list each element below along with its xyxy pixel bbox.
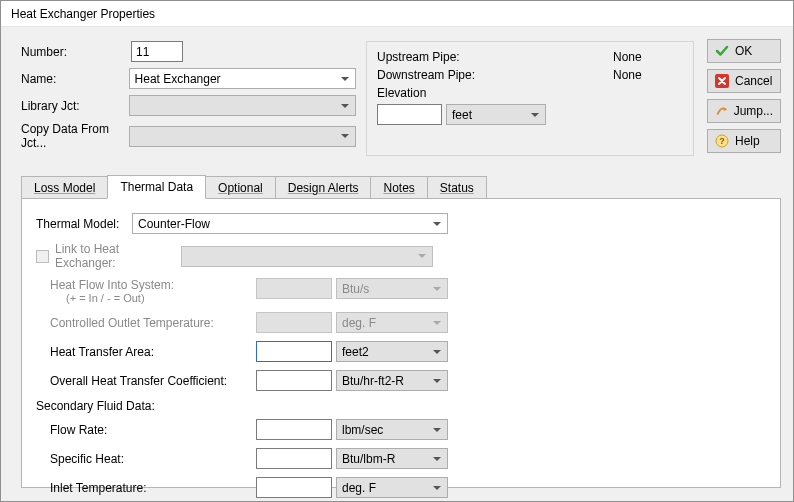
- number-label: Number:: [21, 45, 131, 59]
- heat-flow-hint: (+ = In / - = Out): [36, 292, 256, 304]
- spec-unit-select[interactable]: Btu/lbm-R: [336, 448, 448, 469]
- heat-flow-unit: Btu/s: [342, 282, 369, 296]
- content-area: Number: Name: Heat Exchanger Library Jct…: [1, 27, 793, 488]
- elevation-unit: feet: [452, 108, 472, 122]
- thermal-model-value: Counter-Flow: [138, 217, 210, 231]
- dialog-window: Heat Exchanger Properties Number: Name: …: [0, 0, 794, 502]
- help-icon: ?: [715, 134, 729, 148]
- inlet-unit: deg. F: [342, 481, 376, 495]
- flow-label: Flow Rate:: [36, 423, 256, 437]
- library-row: Library Jct:: [21, 95, 356, 116]
- inlet-row: Inlet Temperature: deg. F: [36, 477, 766, 498]
- tab-notes[interactable]: Notes: [370, 176, 427, 199]
- jump-icon: [715, 104, 728, 118]
- area-row: Heat Transfer Area: feet2: [36, 341, 766, 362]
- top-form-row: Number: Name: Heat Exchanger Library Jct…: [21, 41, 781, 156]
- spec-row: Specific Heat: Btu/lbm-R: [36, 448, 766, 469]
- flow-unit-select[interactable]: lbm/sec: [336, 419, 448, 440]
- thermal-panel: Thermal Model: Counter-Flow Link to Heat…: [21, 198, 781, 488]
- downstream-row: Downstream Pipe: None: [377, 68, 683, 82]
- link-row: Link to Heat Exchanger:: [36, 242, 766, 270]
- x-icon: [715, 74, 729, 88]
- elevation-label: Elevation: [377, 86, 683, 100]
- number-row: Number:: [21, 41, 356, 62]
- cot-unit-select: deg. F: [336, 312, 448, 333]
- tab-loss-model[interactable]: Loss Model: [21, 176, 108, 199]
- spec-input[interactable]: [256, 448, 332, 469]
- jump-label: Jump...: [734, 104, 773, 118]
- cot-row: Controlled Outlet Temperature: deg. F: [36, 312, 766, 333]
- heat-flow-row: Heat Flow Into System: (+ = In / - = Out…: [36, 278, 766, 304]
- thermal-model-label: Thermal Model:: [36, 217, 132, 231]
- area-unit: feet2: [342, 345, 369, 359]
- tab-strip: Loss Model Thermal Data Optional Design …: [21, 174, 781, 198]
- name-select[interactable]: Heat Exchanger: [129, 68, 356, 89]
- svg-text:?: ?: [719, 136, 725, 146]
- tab-design-alerts[interactable]: Design Alerts: [275, 176, 372, 199]
- cot-unit: deg. F: [342, 316, 376, 330]
- tab-status[interactable]: Status: [427, 176, 487, 199]
- flow-input[interactable]: [256, 419, 332, 440]
- link-checkbox: [36, 250, 49, 263]
- upstream-row: Upstream Pipe: None: [377, 50, 683, 64]
- coef-label: Overall Heat Transfer Coefficient:: [36, 374, 256, 388]
- help-label: Help: [735, 134, 760, 148]
- pipe-elevation-box: Upstream Pipe: None Downstream Pipe: Non…: [366, 41, 694, 156]
- cot-input: [256, 312, 332, 333]
- coef-row: Overall Heat Transfer Coefficient: Btu/h…: [36, 370, 766, 391]
- ok-label: OK: [735, 44, 752, 58]
- coef-unit-select[interactable]: Btu/hr-ft2-R: [336, 370, 448, 391]
- name-row: Name: Heat Exchanger: [21, 68, 356, 89]
- upstream-value: None: [613, 50, 683, 64]
- thermal-model-select[interactable]: Counter-Flow: [132, 213, 448, 234]
- link-label: Link to Heat Exchanger:: [55, 242, 181, 270]
- cancel-label: Cancel: [735, 74, 772, 88]
- button-column: OK Cancel Jump... ? Help: [707, 39, 781, 153]
- upstream-label: Upstream Pipe:: [377, 50, 527, 64]
- heat-flow-label: Heat Flow Into System:: [36, 278, 256, 292]
- left-form: Number: Name: Heat Exchanger Library Jct…: [21, 41, 356, 156]
- tab-optional[interactable]: Optional: [205, 176, 276, 199]
- spec-unit: Btu/lbm-R: [342, 452, 395, 466]
- help-button[interactable]: ? Help: [707, 129, 781, 153]
- copy-label: Copy Data From Jct...: [21, 122, 129, 150]
- area-input[interactable]: [256, 341, 332, 362]
- window-title: Heat Exchanger Properties: [11, 7, 155, 21]
- library-select[interactable]: [129, 95, 356, 116]
- downstream-label: Downstream Pipe:: [377, 68, 527, 82]
- jump-button[interactable]: Jump...: [707, 99, 781, 123]
- coef-unit: Btu/hr-ft2-R: [342, 374, 404, 388]
- cancel-button[interactable]: Cancel: [707, 69, 781, 93]
- area-label: Heat Transfer Area:: [36, 345, 256, 359]
- flow-row: Flow Rate: lbm/sec: [36, 419, 766, 440]
- link-target-select: [181, 246, 433, 267]
- copy-row: Copy Data From Jct...: [21, 122, 356, 150]
- tab-thermal-data[interactable]: Thermal Data: [107, 175, 206, 199]
- inlet-label: Inlet Temperature:: [36, 481, 256, 495]
- cot-label: Controlled Outlet Temperature:: [36, 316, 256, 330]
- elevation-row: feet: [377, 104, 683, 125]
- elevation-unit-select[interactable]: feet: [446, 104, 546, 125]
- spec-label: Specific Heat:: [36, 452, 256, 466]
- library-label: Library Jct:: [21, 99, 129, 113]
- inlet-input[interactable]: [256, 477, 332, 498]
- flow-unit: lbm/sec: [342, 423, 383, 437]
- copy-select[interactable]: [129, 126, 356, 147]
- heat-flow-input: [256, 278, 332, 299]
- heat-flow-unit-select: Btu/s: [336, 278, 448, 299]
- coef-input[interactable]: [256, 370, 332, 391]
- inlet-unit-select[interactable]: deg. F: [336, 477, 448, 498]
- thermal-model-row: Thermal Model: Counter-Flow: [36, 213, 766, 234]
- title-bar: Heat Exchanger Properties: [1, 1, 793, 27]
- area-unit-select[interactable]: feet2: [336, 341, 448, 362]
- ok-button[interactable]: OK: [707, 39, 781, 63]
- name-label: Name:: [21, 72, 129, 86]
- elevation-input[interactable]: [377, 104, 442, 125]
- secondary-header: Secondary Fluid Data:: [36, 399, 766, 413]
- name-value: Heat Exchanger: [135, 72, 221, 86]
- downstream-value: None: [613, 68, 683, 82]
- number-input[interactable]: [131, 41, 183, 62]
- check-icon: [715, 44, 729, 58]
